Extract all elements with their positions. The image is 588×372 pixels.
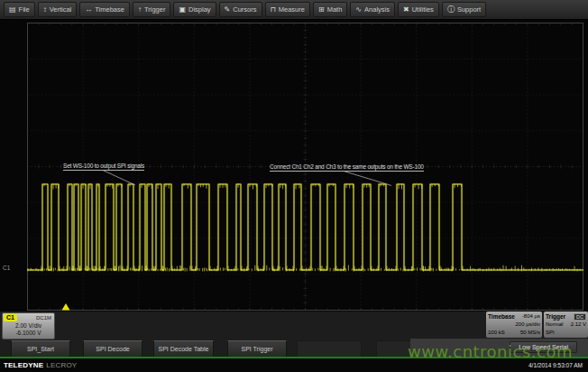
channel-descriptor-c1[interactable]: C1 DC1M 2.00 V/div -6.1000 V (2, 312, 55, 339)
utilities-icon: ✖ (403, 6, 409, 14)
watermark-text: www.cntronics.com (408, 342, 573, 361)
channel-badge: C1 (4, 314, 17, 321)
menu-utilities[interactable]: ✖Utilities (398, 2, 439, 17)
channel-offset: -6.1000 V (3, 330, 54, 337)
measure-icon: ⊓ (271, 6, 276, 14)
menu-cursors-label: Cursors (233, 5, 256, 14)
menu-measure-label: Measure (279, 5, 305, 14)
trigger-type: SPI (546, 329, 555, 337)
trigger-title: Trigger (546, 312, 565, 321)
menu-timebase-label: Timebase (95, 5, 124, 14)
channel-coupling: DC1M (36, 314, 51, 321)
menu-trigger[interactable]: ↑Trigger (133, 2, 170, 17)
trigger-level: 2.12 V (571, 321, 586, 329)
menu-vertical-label: Vertical (50, 5, 72, 14)
display-icon: ▣ (179, 6, 186, 14)
timebase-rate: 50 MS/s (520, 329, 540, 337)
file-icon: ▤ (9, 6, 16, 14)
timebase-icon: ↔ (85, 6, 92, 14)
trigger-position-marker[interactable] (62, 303, 70, 311)
spi-start-button[interactable]: SPI_Start (11, 340, 70, 358)
menu-timebase[interactable]: ↔Timebase (79, 2, 130, 17)
menu-support[interactable]: ⓘSupport (442, 2, 486, 17)
menu-math-label: Math (327, 5, 343, 14)
menu-vertical[interactable]: ↕Vertical (38, 2, 78, 17)
brand-lecroy: LECROY (46, 361, 77, 369)
waveform-display-area: Set WS-100 to output SPI signals Connect… (0, 20, 588, 312)
annotation-connect-channels: Connect Ch1 Ch2 and Ch3 to the same outp… (270, 163, 424, 172)
menu-analysis-label: Analysis (364, 5, 390, 14)
spi-trigger-button[interactable]: SPI Trigger (227, 340, 287, 358)
math-icon: ⊞ (318, 6, 325, 14)
empty-button-slot (297, 340, 362, 358)
trigger-icon: ↑ (138, 6, 142, 14)
menu-bar: ▤File ↕Vertical ↔Timebase ↑Trigger ▣Disp… (0, 0, 588, 20)
menu-display-label: Display (188, 5, 211, 14)
analysis-icon: ∿ (355, 6, 362, 14)
annotation-set-ws100: Set WS-100 to output SPI signals (63, 163, 144, 171)
trigger-descriptor[interactable]: TriggerDC Normal2.12 V SPI (544, 312, 588, 338)
support-icon: ⓘ (447, 6, 455, 14)
trigger-mode: Normal (546, 321, 563, 329)
menu-analysis[interactable]: ∿Analysis (350, 2, 395, 17)
spi-decode-table-button[interactable]: SPI Decode Table (153, 340, 214, 358)
menu-support-label: Support (457, 5, 481, 14)
annotation1-pointer-line (103, 171, 135, 186)
menu-utilities-label: Utilities (412, 5, 434, 14)
timebase-delay: -804 µs (522, 312, 540, 321)
channel-scale: 2.00 V/div (3, 322, 54, 330)
brand-teledyne: TELEDYNE (4, 361, 43, 369)
spi-decode-button[interactable]: SPI Decode (83, 340, 142, 358)
menu-math[interactable]: ⊞Math (313, 2, 347, 17)
channel-edge-label: C1 (3, 265, 10, 271)
menu-measure[interactable]: ⊓Measure (265, 2, 310, 17)
timebase-scale: 200 µs/div (516, 321, 540, 329)
datetime-display: 4/1/2014 9:53:07 AM (528, 362, 583, 368)
cursors-icon: ✎ (225, 6, 231, 14)
trigger-coupling-chip: DC (574, 313, 586, 321)
menu-display[interactable]: ▣Display (173, 2, 216, 17)
menu-trigger-label: Trigger (144, 5, 165, 14)
waveform-noise (28, 184, 580, 272)
timebase-title: Timebase (488, 312, 515, 321)
menu-file-label: File (19, 5, 30, 14)
vertical-icon: ↕ (43, 6, 47, 14)
brand-logo: TELEDYNELECROY (4, 361, 77, 369)
menu-cursors[interactable]: ✎Cursors (219, 2, 262, 17)
timebase-samples: 100 kS (488, 329, 505, 337)
menu-file[interactable]: ▤File (4, 2, 35, 17)
timebase-descriptor[interactable]: Timebase-804 µs 200 µs/div 100 kS50 MS/s (486, 312, 542, 338)
